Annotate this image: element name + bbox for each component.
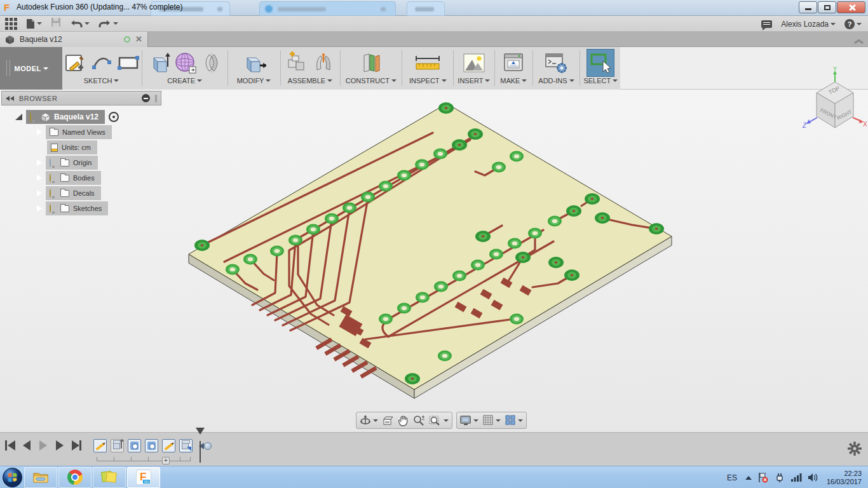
volume-icon[interactable] [808, 473, 818, 482]
sketch-menu[interactable]: SKETCH [84, 77, 119, 85]
press-pull-button[interactable] [242, 51, 266, 75]
create-form-button[interactable] [173, 51, 197, 75]
timeline-playhead[interactable] [196, 435, 205, 463]
inspect-menu[interactable]: INSPECT [409, 77, 447, 85]
close-button[interactable] [837, 1, 865, 13]
timeline-go-to-start-button[interactable] [5, 440, 15, 451]
assemble-menu[interactable]: ASSEMBLE [288, 77, 332, 85]
collapse-toolbar-chevron-icon[interactable] [854, 37, 862, 42]
viewcube[interactable]: Y Z X TOP FRONT RIGHT [802, 51, 868, 159]
taskbar-clock[interactable]: 22:23 16/03/2017 [827, 470, 862, 486]
expand-arrow-icon[interactable] [37, 205, 42, 212]
pcb-model[interactable] [186, 95, 679, 400]
orbit-button[interactable] [360, 415, 378, 426]
joint-button[interactable] [311, 51, 336, 75]
language-indicator[interactable]: ES [727, 473, 737, 482]
viewport-canvas[interactable]: BROWSER Baquela v12 Named Views Units: c [0, 90, 868, 432]
undo-button[interactable] [70, 18, 90, 29]
insert-menu[interactable]: INSERT [458, 77, 490, 85]
timeline-gear-settings-button[interactable] [848, 442, 862, 456]
measure-button[interactable] [413, 51, 442, 75]
timeline-step-back-button[interactable] [22, 440, 32, 451]
tree-row-bodies[interactable]: Bodies [1, 170, 168, 186]
help-menu[interactable]: ? [844, 19, 862, 29]
action-center-flag-icon[interactable] [757, 472, 769, 483]
make-menu[interactable]: MAKE [500, 77, 527, 85]
board-top-face[interactable] [189, 104, 672, 390]
timeline-feature-decal[interactable] [128, 439, 141, 452]
timeline-feature-sketch[interactable] [93, 439, 107, 452]
comments-icon[interactable] [761, 20, 772, 28]
sketch-spline-button[interactable] [90, 51, 114, 75]
construct-plane-button[interactable] [359, 51, 383, 75]
timeline-feature-extrude[interactable] [111, 439, 124, 452]
hide-panel-icon[interactable] [142, 94, 150, 102]
timeline-play-button[interactable] [55, 440, 65, 451]
insert-image-button[interactable] [462, 51, 486, 75]
tree-row-root[interactable]: Baquela v12 [1, 109, 168, 125]
taskbar-sticky-notes-button[interactable] [93, 467, 126, 488]
taskbar-explorer-button[interactable] [24, 467, 57, 488]
visibility-bulb-icon[interactable] [30, 113, 37, 121]
pan-button[interactable] [398, 415, 409, 426]
construct-menu[interactable]: CONSTRUCT [346, 77, 397, 85]
power-plug-icon[interactable] [775, 472, 785, 483]
timeline-feature-move-body[interactable] [179, 439, 193, 452]
visibility-bulb-icon[interactable] [50, 159, 57, 167]
modify-menu[interactable]: MODIFY [237, 77, 271, 85]
window-zoom-button[interactable] [429, 415, 449, 426]
expand-arrow-icon[interactable] [37, 129, 42, 135]
tree-row-origin[interactable]: Origin [1, 155, 168, 170]
tree-row-sketches[interactable]: Sketches [1, 201, 168, 216]
timeline-feature-decal[interactable] [145, 439, 158, 452]
start-button[interactable] [2, 467, 23, 488]
document-tab[interactable]: Baquela v12 ✕ [0, 32, 148, 47]
expand-arrow-icon[interactable] [15, 114, 22, 120]
sketch-rectangle-button[interactable] [116, 51, 140, 75]
zoom-button[interactable] [413, 415, 424, 426]
timeline-track[interactable] [97, 457, 191, 461]
hidden-icons-arrow-icon[interactable] [745, 476, 752, 480]
grid-settings-button[interactable] [483, 415, 501, 426]
redo-button[interactable] [98, 18, 118, 29]
look-at-button[interactable] [383, 416, 394, 426]
display-settings-button[interactable] [460, 416, 478, 426]
visibility-bulb-icon[interactable] [50, 189, 57, 198]
scripts-addins-button[interactable] [544, 51, 568, 75]
user-account-menu[interactable]: Alexis Lozada [781, 20, 836, 29]
addins-menu[interactable]: ADD-INS [538, 77, 574, 85]
select-button[interactable] [587, 49, 614, 77]
panel-grip[interactable] [155, 95, 157, 102]
tree-row-named-views[interactable]: Named Views [1, 125, 168, 140]
create-menu[interactable]: CREATE [167, 77, 202, 85]
minimize-button[interactable] [799, 1, 817, 13]
browser-header[interactable]: BROWSER [1, 91, 161, 105]
app-launcher-grid-icon[interactable] [5, 18, 17, 30]
workspace-selector[interactable]: MODEL [0, 47, 62, 90]
visibility-bulb-icon[interactable] [50, 174, 57, 182]
tree-row-units[interactable]: Units: cm [1, 140, 168, 155]
tree-row-decals[interactable]: Decals [1, 186, 168, 201]
visibility-bulb-icon[interactable] [50, 205, 57, 213]
maximize-button[interactable] [818, 1, 836, 13]
create-sketch-button[interactable] [63, 51, 87, 75]
viewports-button[interactable] [505, 415, 523, 426]
select-menu[interactable]: SELECT [583, 77, 618, 85]
taskbar-fusion360-button[interactable]: F 360 [127, 467, 160, 488]
tab-close-icon[interactable]: ✕ [135, 36, 142, 43]
expand-arrow-icon[interactable] [37, 175, 42, 181]
timeline-step-forward-button[interactable] [38, 440, 48, 451]
new-component-button[interactable] [285, 51, 309, 75]
expand-arrow-icon[interactable] [37, 159, 42, 166]
timeline-feature-sketch[interactable] [162, 439, 175, 452]
taskbar-chrome-button[interactable] [58, 467, 92, 488]
timeline-add-group-button[interactable]: + [162, 457, 170, 464]
expand-arrow-icon[interactable] [37, 190, 42, 196]
new-body-button[interactable] [146, 51, 170, 75]
file-menu-button[interactable] [26, 18, 42, 29]
timeline-go-to-end-button[interactable] [71, 440, 81, 451]
revolve-button[interactable] [200, 51, 224, 75]
3d-print-button[interactable] [501, 51, 526, 75]
network-signal-icon[interactable] [790, 473, 802, 482]
activate-component-radio[interactable] [109, 112, 119, 122]
